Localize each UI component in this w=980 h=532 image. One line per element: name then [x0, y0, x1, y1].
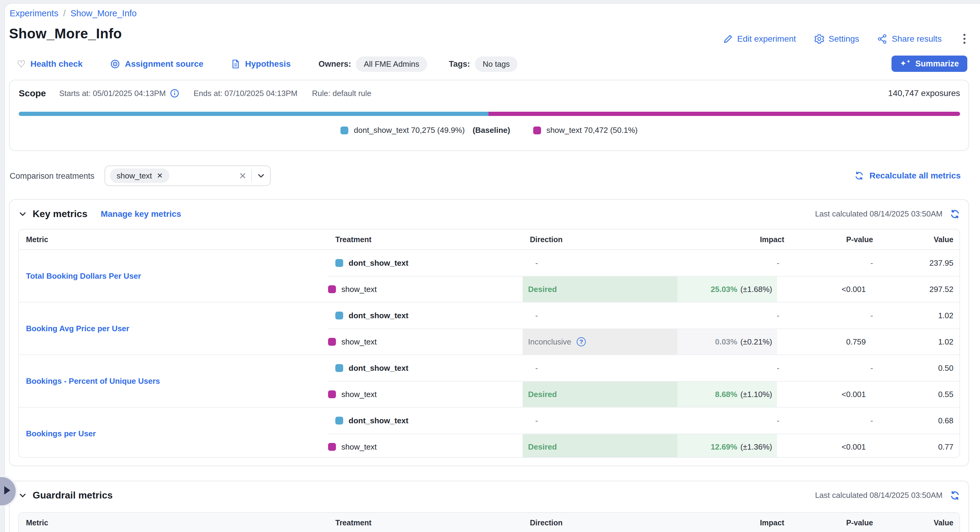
treatment-name: dont_show_text: [348, 311, 409, 320]
impact-cell: -: [684, 303, 784, 329]
metric-link[interactable]: Booking Avg Price per User: [26, 303, 129, 354]
direction-cell: Desired: [523, 276, 677, 302]
pvalue-cell: 0.759: [777, 329, 866, 354]
metric-link[interactable]: Total Booking Dollars Per User: [26, 250, 141, 302]
baseline-swatch: [340, 127, 348, 134]
comparison-treatments-select[interactable]: show_text ✕ ✕: [105, 165, 270, 186]
col-direction: Direction: [530, 235, 684, 244]
pvalue-cell: -: [784, 355, 873, 381]
edit-experiment-button[interactable]: Edit experiment: [723, 34, 796, 44]
refresh-icon[interactable]: [950, 209, 960, 219]
direction-value: Desired: [528, 390, 557, 399]
col-treatment: Treatment: [335, 235, 530, 244]
col-pvalue: P-value: [784, 235, 873, 244]
bar-segment-dont_show_text: [19, 112, 488, 116]
refresh-icon[interactable]: [950, 490, 960, 500]
chevron-down-icon: [19, 492, 27, 499]
legend-baseline: dont_show_text 70,275 (49.9%) (Baseline): [340, 125, 510, 135]
breadcrumb-separator: /: [63, 8, 65, 18]
assignment-source-link[interactable]: Assignment source: [110, 59, 203, 69]
pvalue-value: -: [870, 311, 873, 320]
exposure-legend: dont_show_text 70,275 (49.9%) (Baseline)…: [10, 125, 969, 135]
direction-cell: -: [530, 250, 684, 276]
summarize-label: Summarize: [915, 59, 959, 68]
question-icon[interactable]: ?: [577, 337, 586, 346]
breadcrumb-experiments[interactable]: Experiments: [10, 8, 58, 18]
metric-group: Booking Avg Price per Userdont_show_text…: [19, 303, 959, 355]
impact-value: -: [777, 416, 780, 426]
kebab-menu-icon[interactable]: [960, 32, 969, 46]
info-icon[interactable]: [170, 89, 179, 98]
guardrail-metrics-header[interactable]: Guardrail metrics: [19, 490, 113, 501]
impact-value: -: [777, 364, 780, 373]
direction-cell: Desired: [523, 382, 677, 407]
treatment-swatch: [335, 259, 343, 267]
assignment-source-label: Assignment source: [125, 59, 203, 69]
recalculate-label: Recalculate all metrics: [869, 171, 961, 181]
impact-cell: 8.68%(±1.10%): [677, 382, 777, 407]
document-icon: [231, 59, 240, 69]
treatment-cell: dont_show_text: [335, 303, 530, 329]
table-row: show_textInconclusive?0.03%(±0.21%)0.759…: [328, 329, 959, 354]
treatment-swatch: [328, 391, 336, 398]
chevron-down-icon[interactable]: [257, 172, 265, 180]
owners-label: Owners:: [318, 59, 351, 69]
treatment-cell: dont_show_text: [335, 355, 530, 381]
breadcrumb-current[interactable]: Show_More_Info: [70, 8, 137, 18]
key-metrics-last-calculated: Last calculated 08/14/2025 03:50AM: [815, 209, 960, 219]
clear-icon[interactable]: ✕: [239, 171, 247, 181]
tags-label: Tags:: [449, 59, 470, 69]
metric-link[interactable]: Bookings per User: [26, 408, 96, 458]
scope-starts-at: Starts at: 05/01/2025 04:13PM: [59, 89, 179, 98]
chip-remove-icon[interactable]: ✕: [157, 172, 163, 180]
manage-key-metrics-link[interactable]: Manage key metrics: [100, 209, 181, 219]
pvalue-value: -: [870, 364, 873, 373]
table-row: show_textDesired8.68%(±1.10%)<0.0010.55: [328, 381, 959, 407]
scope-card: Scope Starts at: 05/01/2025 04:13PM Ends…: [9, 80, 969, 151]
treatment-chip[interactable]: show_text ✕: [110, 168, 169, 183]
health-check-link[interactable]: ♡ Health check: [17, 59, 83, 69]
metric-group: Bookings per Userdont_show_text---0.68sh…: [19, 408, 959, 458]
direction-value: Inconclusive: [528, 337, 571, 346]
impact-value: 12.69%: [711, 442, 737, 452]
direction-cell: -: [530, 355, 684, 381]
treatment-chip-label: show_text: [117, 171, 152, 181]
header-actions: Edit experiment Settings Share results: [723, 32, 969, 46]
impact-value: 25.03%: [711, 285, 737, 294]
col-pvalue: P-value: [784, 518, 873, 527]
treatment-swatch: [328, 338, 336, 346]
exposures-count: 140,747 exposures: [888, 89, 960, 98]
key-metrics-table: Metric Treatment Direction Impact P-valu…: [18, 229, 960, 458]
guardrail-last-calculated: Last calculated 08/14/2025 03:50AM: [815, 490, 960, 500]
treatment-swatch: [328, 285, 336, 293]
share-icon: [877, 34, 888, 44]
scope-rule: Rule: default rule: [312, 89, 372, 98]
tags-pill[interactable]: No tags: [475, 56, 518, 72]
pvalue-cell: -: [784, 303, 873, 329]
key-metrics-header[interactable]: Key metrics: [19, 208, 87, 219]
hypothesis-link[interactable]: Hypothesis: [231, 59, 291, 69]
breadcrumb: Experiments / Show_More_Info: [10, 8, 137, 18]
col-treatment: Treatment: [335, 518, 530, 527]
guardrail-metrics-card: Guardrail metrics Last calculated 08/14/…: [9, 481, 969, 532]
impact-ci: (±0.21%): [740, 337, 772, 346]
direction-cell: Desired: [523, 434, 677, 458]
gear-icon: [814, 34, 824, 44]
pvalue-cell: <0.001: [777, 434, 866, 458]
share-results-button[interactable]: Share results: [877, 34, 942, 44]
toolbar: ♡ Health check Assignment source Hypothe…: [17, 57, 539, 71]
hypothesis-label: Hypothesis: [245, 59, 291, 69]
metric-link[interactable]: Bookings - Percent of Unique Users: [26, 355, 160, 407]
impact-value: -: [777, 259, 780, 268]
col-direction: Direction: [530, 518, 684, 527]
treatment-cell: dont_show_text: [335, 408, 530, 434]
comparison-treatments-label: Comparison treatments: [10, 172, 95, 181]
summarize-button[interactable]: ✦✦ Summarize: [891, 56, 967, 72]
settings-button[interactable]: Settings: [814, 34, 859, 44]
pencil-icon: [723, 34, 733, 44]
col-impact: Impact: [684, 235, 784, 244]
recalculate-all-metrics-button[interactable]: Recalculate all metrics: [854, 171, 961, 181]
treatment-cell: show_text: [328, 329, 523, 354]
direction-value: -: [535, 416, 538, 426]
owners-pill[interactable]: All FME Admins: [356, 56, 427, 72]
